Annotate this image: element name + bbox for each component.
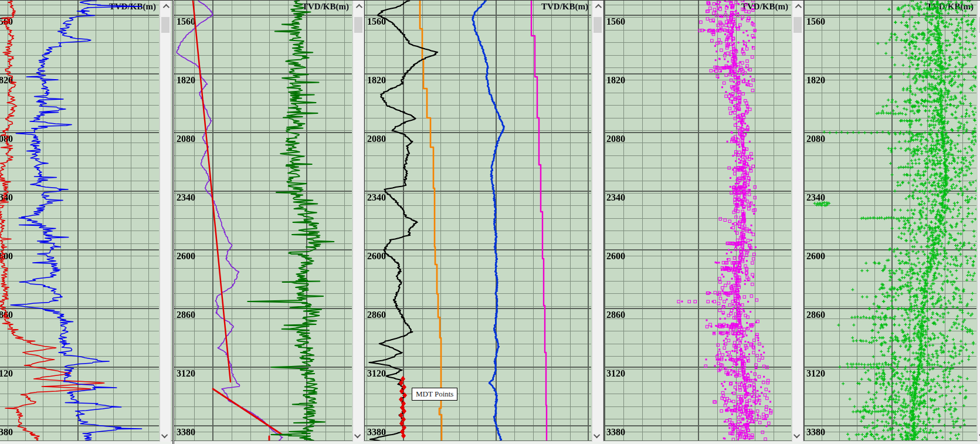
- log-track-panel-3: 15601820208023402600286031203380TVD/KB(m…: [364, 0, 605, 444]
- track-1-curves-canvas[interactable]: [0, 1, 159, 440]
- log-track-panel-2: 15601820208023402600286031203380TVD/KB(m…: [174, 0, 365, 444]
- scroll-up-button[interactable]: [792, 2, 803, 11]
- scroll-down-button[interactable]: [592, 431, 603, 440]
- panel-bottom-strip: [604, 440, 804, 444]
- scroll-down-button[interactable]: [353, 431, 364, 440]
- scroll-up-button[interactable]: [978, 2, 980, 11]
- chevron-down-icon: [161, 432, 168, 438]
- track-2-vertical-scrollbar[interactable]: [352, 1, 364, 442]
- chevron-down-icon: [354, 432, 361, 438]
- scrollbar-thumb[interactable]: [594, 17, 602, 33]
- chevron-up-icon: [795, 4, 802, 11]
- log-track-panel-4: 15601820208023402600286031203380TVD/KB(m…: [603, 0, 805, 444]
- chevron-down-icon: [594, 432, 600, 438]
- well-log-viewer: MDT Points 15601820208023402600286031203…: [0, 0, 980, 444]
- chevron-up-icon: [356, 4, 362, 11]
- mdt-points-tooltip: MDT Points: [412, 388, 457, 401]
- scrollbar-thumb[interactable]: [161, 17, 169, 33]
- track-1-plot-area: 15601820208023402600286031203380TVD/KB(m…: [0, 1, 159, 440]
- track-5-curves-canvas[interactable]: [804, 1, 976, 440]
- scrollbar-thumb[interactable]: [354, 17, 362, 33]
- scroll-down-button[interactable]: [792, 431, 803, 440]
- track-1-vertical-scrollbar[interactable]: [160, 1, 171, 442]
- chevron-up-icon: [163, 4, 169, 11]
- track-3-curves-canvas[interactable]: [365, 1, 591, 440]
- panel-bottom-strip: [174, 440, 365, 444]
- scroll-down-button[interactable]: [160, 431, 171, 440]
- track-3-plot-area: 15601820208023402600286031203380TVD/KB(m…: [365, 1, 591, 440]
- scroll-up-button[interactable]: [160, 2, 171, 11]
- track-5-vertical-scrollbar[interactable]: [977, 1, 980, 442]
- track-3-vertical-scrollbar[interactable]: [592, 1, 603, 442]
- track-5-plot-area: 15601820208023402600286031203380TVD/KB(m…: [804, 1, 976, 440]
- scroll-up-button[interactable]: [592, 2, 603, 11]
- panel-bottom-strip: [365, 440, 604, 444]
- track-4-plot-area: 15601820208023402600286031203380TVD/KB(m…: [604, 1, 791, 440]
- chevron-up-icon: [595, 4, 602, 11]
- log-track-panel-5: 15601820208023402600286031203380TVD/KB(m…: [803, 0, 980, 444]
- track-4-curves-canvas[interactable]: [604, 1, 791, 440]
- scroll-up-button[interactable]: [353, 2, 364, 11]
- scrollbar-thumb[interactable]: [794, 17, 802, 33]
- log-track-panel-1: 15601820208023402600286031203380TVD/KB(m…: [0, 0, 173, 444]
- panel-bottom-strip: [804, 440, 980, 444]
- scroll-down-button[interactable]: [978, 431, 980, 440]
- track-2-curves-canvas[interactable]: [174, 1, 352, 440]
- track-4-vertical-scrollbar[interactable]: [792, 1, 803, 442]
- track-2-plot-area: 15601820208023402600286031203380TVD/KB(m…: [174, 1, 352, 440]
- panel-bottom-strip: [0, 440, 172, 444]
- chevron-down-icon: [794, 432, 800, 438]
